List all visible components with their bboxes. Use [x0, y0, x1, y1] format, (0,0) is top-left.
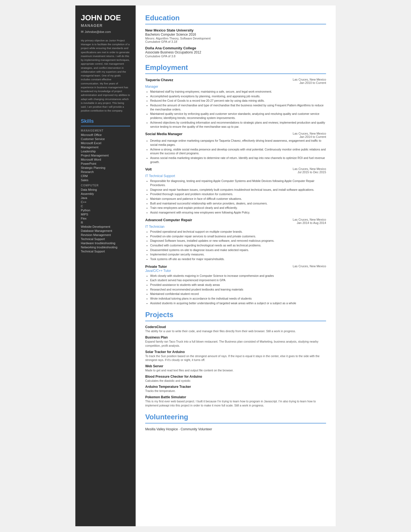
skill-item: Technical Support [81, 250, 130, 253]
skill-item: Database Management [81, 229, 130, 232]
bullet: Reduced the amount of merchandise and ty… [150, 103, 326, 111]
bullet: Assess social media marketing strategies… [150, 156, 326, 164]
skills-divider [81, 126, 130, 126]
skill-item: Leadership [81, 150, 130, 153]
email-text: Johndoe@doe.com [85, 30, 111, 33]
bullet: Diagnosed Software Issues, installed upd… [150, 239, 326, 243]
school-item-0: New Mexico State University Bachelors Co… [145, 28, 326, 43]
job-header-1: Social Media Manager Las Cruces, New Mex… [145, 132, 326, 138]
skill-item: Customer Service [81, 137, 130, 141]
job-role-3: IT Technician [145, 225, 326, 229]
job-item-0: Taqueria Chavez Las Cruces, New Mexico J… [145, 78, 326, 129]
job-header-4: Private Tutor Las Cruces, New Mexico [145, 264, 326, 269]
job-role-2: IT Technical Support [145, 174, 326, 178]
school-gpa-1: Cumulative GPA of 3.8 [145, 55, 326, 58]
skill-item: Research [81, 170, 130, 173]
school-degree-1: Associate Business Occupations 2012 [145, 50, 326, 54]
project-item-1: Business Plan Expand family ran Taco-Tru… [145, 335, 326, 348]
job-company-2: Volt [145, 167, 152, 171]
bullet: Work closely with students majoring in C… [150, 274, 326, 278]
skill-item: Management [81, 146, 130, 149]
bullet: Maintained quality service by enforcing … [150, 112, 326, 120]
job-item-1: Social Media Manager Las Cruces, New Mex… [145, 132, 326, 164]
project-title-5: Arduino Temperature Tracker [145, 385, 326, 389]
skill-item: C [81, 204, 130, 208]
job-header-0: Taqueria Chavez Las Cruces, New Mexico J… [145, 78, 326, 84]
project-title-1: Business Plan [145, 335, 326, 339]
project-item-6: Pokemon Battle Simulator This is my firs… [145, 395, 326, 407]
bullet: Achieved objectives by contributing info… [150, 121, 326, 129]
bullet: Maintained staff by training employees; … [150, 90, 326, 94]
bullet: Responsible for diagnosing, testing and … [150, 179, 326, 187]
skill-item: Assembly [81, 192, 130, 195]
job-location-3: Las Cruces, New Mexico Jan 2014 to Aug 2… [293, 218, 326, 224]
bullet: Wrote individual tutoring plans in accor… [150, 297, 326, 301]
project-desc-0: The ability for a user to write their co… [145, 329, 326, 333]
bullet: Reduced the Cost of Goods to a record lo… [150, 99, 326, 103]
job-bullets-1: Develop and manage online marketing camp… [150, 139, 326, 164]
skill-item: PowerPoint [81, 162, 130, 165]
skill-item: Hardware troubleshooting [81, 241, 130, 245]
volunteering-section-title: Volunteering [145, 413, 326, 421]
bullet: Disassembled systems on-site to diagnose… [150, 248, 326, 252]
job-company-4: Private Tutor [145, 264, 167, 269]
project-desc-5: Tracks the temperature. [145, 389, 326, 393]
management-label: MANAGEMENT [81, 129, 130, 132]
skill-item: Revision Management [81, 233, 130, 237]
skill-item: Strategic Planning [81, 166, 130, 169]
school-name-0: New Mexico State University [145, 28, 326, 32]
school-minors-0: Minors: Algorithm Theory, Software Devel… [145, 37, 326, 40]
skill-item: CRM [81, 174, 130, 178]
job-company-1: Social Media Manager [145, 132, 182, 136]
school-item-1: Doña Ana Community College Associate Bus… [145, 46, 326, 58]
school-name-1: Doña Ana Community College [145, 46, 326, 50]
skill-item: R [81, 221, 130, 224]
job-company-0: Taqueria Chavez [145, 78, 173, 82]
job-item-3: Advanced Computer Repair Las Cruces, New… [145, 218, 326, 261]
bullet: Provided on-site computer repair service… [150, 234, 326, 238]
job-location-4: Las Cruces, New Mexico [293, 264, 326, 268]
job-item-2: Volt Las Cruces, New Mexico Jul 2015 to … [145, 167, 326, 215]
bullet: Implemented computer security measures. [150, 252, 326, 257]
skill-item: Microsoft Excel [81, 141, 130, 145]
job-bullets-0: Maintained staff by training employees; … [150, 90, 326, 129]
project-title-6: Pokemon Battle Simulator [145, 395, 326, 399]
objective-text: My primary objective as Junior Project M… [81, 39, 130, 113]
skill-item: Website Development [81, 225, 130, 228]
skill-item: MIPS [81, 213, 130, 216]
skill-item: Flex [81, 217, 130, 220]
skill-item: Project Management [81, 154, 130, 157]
job-header-2: Volt Las Cruces, New Mexico Jul 2015 to … [145, 167, 326, 174]
project-desc-4: Calculates the diastolic and systolic [145, 379, 326, 383]
job-header-3: Advanced Computer Repair Las Cruces, New… [145, 218, 326, 224]
project-item-2: Solar Tracker for Arduino To track the S… [145, 350, 326, 362]
job-bullets-2: Responsible for diagnosing, testing and … [150, 179, 326, 215]
bullet: Provided thorough support and problem re… [150, 192, 326, 196]
project-title-2: Solar Tracker for Arduino [145, 350, 326, 354]
projects-list: CodersCloud The ability for a user to wr… [145, 325, 326, 407]
project-desc-2: To track the Sun position based on the s… [145, 354, 326, 362]
bullet: Assist management with ensuring new empl… [150, 210, 326, 215]
education-divider [145, 24, 326, 24]
education-list: New Mexico State University Bachelors Co… [145, 28, 326, 58]
skill-item: Sales [81, 178, 130, 182]
bullet: Built and maintained successful relation… [150, 201, 326, 206]
bullet: Maintained confidential student record [150, 292, 326, 296]
sidebar: JOHN DOE MANAGER ✉ Johndoe@doe.com My pr… [75, 5, 136, 526]
project-title-3: Web Server [145, 364, 326, 368]
bullet: Researched and recommended prudent textb… [150, 288, 326, 292]
main-content: Education New Mexico State University Ba… [136, 5, 336, 526]
project-item-0: CodersCloud The ability for a user to wr… [145, 325, 326, 333]
email-icon: ✉ [81, 30, 84, 34]
bullet: Assisted students in acquiring better un… [150, 301, 326, 305]
project-item-5: Arduino Temperature Tracker Tracks the t… [145, 385, 326, 393]
bullet: Provided assistance to students with wea… [150, 283, 326, 287]
computer-label: COMPUTER [81, 184, 130, 187]
skill-item: Python [81, 209, 130, 212]
skill-item: Microsoft Office [81, 133, 130, 136]
skills-section-title: Skills [81, 118, 130, 124]
computer-skills-list: Data Mining Assembly Java C++ C Python M… [81, 188, 130, 253]
project-desc-6: This is my first ever web based project.… [145, 399, 326, 407]
projects-section-title: Projects [145, 311, 326, 319]
job-role-4: Java/C/C++ Tutor [145, 269, 326, 273]
